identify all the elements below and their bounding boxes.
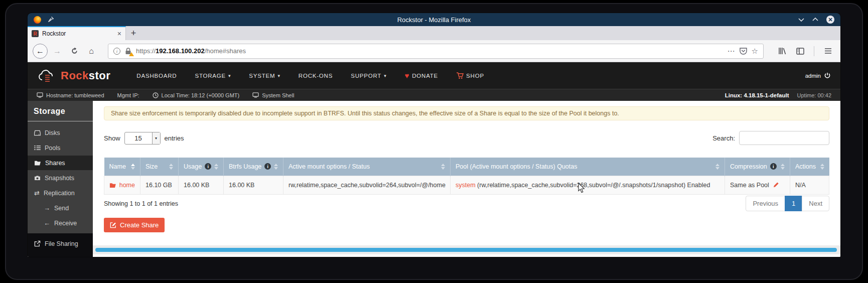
nav-dashboard[interactable]: DASHBOARD bbox=[136, 73, 177, 79]
cloud-logo-icon bbox=[38, 69, 58, 83]
table-row: home 16.10 GB 16.00 KB 16.00 KB rw,relat… bbox=[104, 176, 829, 194]
rockstor-logo[interactable]: Rockstor bbox=[38, 69, 110, 83]
col-header-btrfs-usage[interactable]: Btrfs Usagei bbox=[224, 158, 283, 176]
back-button[interactable]: ← bbox=[33, 44, 48, 59]
sort-icon[interactable] bbox=[274, 164, 278, 170]
close-button[interactable]: ✕ bbox=[826, 16, 834, 24]
firefox-window: Rockstor - Mozilla Firefox ✕ R Rockstor … bbox=[28, 13, 840, 257]
nav-storage[interactable]: STORAGE▾ bbox=[195, 73, 231, 79]
table-header-row: Name Size Usagei Btrfs Usagei Active mou… bbox=[104, 158, 829, 176]
sidebar-item-shares[interactable]: Shares bbox=[28, 156, 93, 170]
share-link-home[interactable]: home bbox=[119, 182, 135, 189]
url-bar[interactable]: i https://192.168.100.202/home#shares ⋯ … bbox=[108, 44, 764, 59]
sidebar-toggle-icon[interactable] bbox=[793, 44, 808, 59]
col-header-pool[interactable]: Pool (Active mount options / Status) Quo… bbox=[451, 158, 725, 176]
shares-main-panel: Share size enforcement is temporarily di… bbox=[93, 101, 840, 257]
col-header-compression[interactable]: Compressioni bbox=[725, 158, 790, 176]
sidebar-item-send[interactable]: → Send bbox=[28, 201, 93, 215]
col-header-name[interactable]: Name bbox=[104, 158, 140, 176]
shares-table: Name Size Usagei Btrfs Usagei Active mou… bbox=[104, 158, 829, 195]
cell-size: 16.10 GB bbox=[140, 176, 179, 194]
home-button[interactable]: ⌂ bbox=[84, 44, 99, 59]
nav-donate[interactable]: ♥DONATE bbox=[404, 71, 438, 80]
send-arrow-icon: → bbox=[44, 205, 50, 211]
sidebar-item-pools[interactable]: Pools bbox=[28, 140, 93, 155]
hostname-status: Hostname: tumbleweed bbox=[37, 92, 104, 98]
maximize-button[interactable] bbox=[812, 18, 818, 22]
pagination-page-1[interactable]: 1 bbox=[785, 196, 802, 211]
cell-usage: 16.00 KB bbox=[179, 176, 224, 194]
brand-wordmark: Rockstor bbox=[61, 69, 110, 82]
sidebar-item-snapshots[interactable]: Snapshots bbox=[28, 171, 93, 185]
url-text[interactable]: https://192.168.100.202/home#shares bbox=[136, 47, 723, 55]
nav-rock-ons[interactable]: ROCK-ONS bbox=[299, 73, 333, 79]
sort-icon[interactable] bbox=[715, 164, 719, 170]
tab-rockstor[interactable]: R Rockstor × bbox=[28, 26, 126, 40]
heart-icon: ♥ bbox=[404, 71, 409, 80]
folder-icon bbox=[109, 182, 116, 188]
sidebar-item-disks[interactable]: Disks bbox=[28, 125, 93, 140]
select-dropdown-icon: ▾ bbox=[152, 132, 160, 144]
table-search: Search: bbox=[712, 131, 829, 145]
nav-support[interactable]: SUPPORT▾ bbox=[351, 73, 386, 79]
page-actions-icon[interactable]: ⋯ bbox=[728, 47, 735, 56]
nav-shop[interactable]: SHOP bbox=[456, 72, 484, 79]
pocket-icon[interactable] bbox=[740, 48, 747, 55]
chevron-down-icon: ▾ bbox=[277, 73, 280, 78]
cell-mount-status: rw,relatime,space_cache,subvolid=264,sub… bbox=[283, 176, 451, 194]
edit-pencil-icon[interactable] bbox=[773, 182, 779, 188]
search-input[interactable] bbox=[739, 131, 829, 145]
info-icon[interactable]: i bbox=[205, 163, 211, 170]
horizontal-scrollbar[interactable] bbox=[93, 245, 840, 254]
cell-pool: system (rw,relatime,space_cache,subvolid… bbox=[451, 176, 725, 194]
info-icon[interactable]: i bbox=[770, 163, 777, 170]
sort-icon[interactable] bbox=[214, 164, 218, 170]
tab-close-icon[interactable]: × bbox=[117, 30, 121, 37]
bookmark-star-icon[interactable]: ☆ bbox=[752, 47, 758, 56]
user-menu[interactable]: admin bbox=[805, 72, 830, 79]
sort-icon[interactable] bbox=[441, 164, 445, 170]
col-header-usage[interactable]: Usagei bbox=[179, 158, 224, 176]
sort-icon[interactable] bbox=[169, 164, 173, 170]
library-icon[interactable] bbox=[775, 44, 790, 59]
btrfs-warning-alert: Share size enforcement is temporarily di… bbox=[104, 106, 829, 120]
pagination-previous[interactable]: Previous bbox=[746, 196, 785, 211]
reload-button[interactable] bbox=[67, 44, 82, 59]
storage-sidebar: Storage Disks Pools Shares bbox=[28, 101, 93, 257]
url-scheme: https:// bbox=[136, 47, 156, 55]
nav-system[interactable]: SYSTEM▾ bbox=[249, 73, 280, 79]
menu-hamburger-icon[interactable] bbox=[820, 44, 835, 59]
system-shell-link[interactable]: System Shell bbox=[252, 92, 294, 98]
minimize-button[interactable] bbox=[798, 18, 804, 22]
pagination-next[interactable]: Next bbox=[802, 196, 829, 211]
col-header-actions[interactable]: Actions bbox=[790, 158, 829, 176]
scrollbar-thumb[interactable] bbox=[95, 248, 837, 252]
window-title: Rockstor - Mozilla Firefox bbox=[28, 16, 840, 24]
sort-icon[interactable] bbox=[131, 164, 135, 170]
chevron-down-icon: ▾ bbox=[384, 73, 386, 78]
sort-icon[interactable] bbox=[820, 164, 824, 170]
chevron-down-icon: ▾ bbox=[228, 73, 231, 78]
col-header-mount-options[interactable]: Active mount options / Status bbox=[283, 158, 451, 176]
window-titlebar[interactable]: Rockstor - Mozilla Firefox ✕ bbox=[28, 13, 840, 26]
col-header-size[interactable]: Size bbox=[140, 158, 179, 176]
power-icon[interactable] bbox=[824, 72, 830, 79]
site-info-icon[interactable]: i bbox=[113, 48, 120, 55]
sidebar-item-replication[interactable]: ⇄ Replication bbox=[28, 186, 93, 200]
page-size-select[interactable]: 15 ▾ bbox=[124, 132, 161, 145]
sidebar-item-receive[interactable]: ← Receive bbox=[28, 216, 93, 230]
kernel-version: Linux: 4.18.15-1-default bbox=[725, 92, 789, 98]
new-tab-button[interactable]: + bbox=[126, 26, 141, 40]
entries-label: entries bbox=[165, 134, 184, 142]
sidebar-item-file-sharing[interactable]: File Sharing bbox=[28, 236, 93, 251]
sort-icon[interactable] bbox=[781, 164, 785, 170]
share-square-icon bbox=[34, 240, 41, 247]
info-icon[interactable]: i bbox=[264, 163, 271, 170]
mouse-cursor bbox=[578, 183, 585, 193]
page-viewport: Rockstor DASHBOARD STORAGE▾ SYSTEM▾ ROCK… bbox=[28, 62, 840, 257]
forward-button[interactable]: → bbox=[50, 44, 65, 59]
insecure-lock-icon[interactable] bbox=[125, 48, 131, 55]
navigation-toolbar: ← → ⌂ i https://192.168.100.202/home#sha… bbox=[28, 40, 840, 62]
create-share-button[interactable]: Create Share bbox=[104, 218, 165, 232]
pool-link-system[interactable]: system bbox=[456, 182, 476, 189]
